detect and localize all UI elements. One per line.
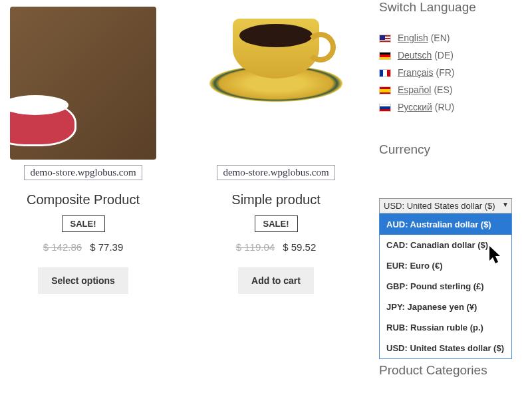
currency-heading: Currency (379, 142, 519, 157)
currency-select[interactable]: USD: United States dollar ($) (379, 198, 512, 213)
flag-es-icon (379, 86, 391, 94)
flag-ru-icon (379, 104, 391, 112)
flag-de-icon (379, 52, 391, 60)
language-heading: Switch Language (379, 0, 519, 15)
add-to-cart-button[interactable]: Add to cart (238, 267, 314, 294)
categories-heading: Product Categories (379, 363, 519, 378)
select-options-button[interactable]: Select options (38, 267, 128, 294)
language-item-ru[interactable]: Русский (RU) (379, 98, 519, 116)
currency-option-usd[interactable]: USD: United States dollar ($) (380, 338, 511, 358)
product-card: demo-store.wpglobus.com Simple product S… (193, 0, 359, 294)
new-price: $ 77.39 (90, 241, 123, 253)
language-item-fr[interactable]: Français (FR) (379, 64, 519, 81)
product-title[interactable]: Composite Product (0, 192, 166, 207)
watermark: demo-store.wpglobus.com (24, 165, 142, 180)
currency-option-cad[interactable]: CAD: Canadian dollar ($) (380, 235, 511, 255)
currency-dropdown: AUD: Australian dollar ($) CAD: Canadian… (379, 213, 512, 359)
language-item-de[interactable]: Deutsch (DE) (379, 47, 519, 64)
product-image[interactable] (10, 7, 156, 160)
sale-badge: SALE! (62, 215, 105, 232)
sale-badge: SALE! (255, 215, 298, 232)
language-list: English (EN) Deutsch (DE) Français (FR) … (379, 29, 519, 116)
flag-fr-icon (379, 69, 391, 77)
watermark: demo-store.wpglobus.com (217, 165, 334, 180)
old-price: $ 142.86 (43, 241, 82, 253)
product-title[interactable]: Simple product (193, 192, 359, 207)
language-item-en[interactable]: English (EN) (379, 29, 519, 47)
price: $ 142.86 $ 77.39 (0, 241, 166, 253)
new-price: $ 59.52 (283, 241, 316, 253)
currency-option-eur[interactable]: EUR: Euro (€) (380, 255, 511, 276)
currency-option-gbp[interactable]: GBP: Pound sterling (£) (380, 276, 511, 297)
price: $ 119.04 $ 59.52 (193, 241, 359, 253)
language-item-es[interactable]: Español (ES) (379, 81, 519, 98)
old-price: $ 119.04 (236, 241, 275, 253)
product-image[interactable] (203, 7, 349, 160)
currency-option-aud[interactable]: AUD: Australian dollar ($) (380, 214, 511, 235)
currency-option-jpy[interactable]: JPY: Japanese yen (¥) (380, 297, 511, 317)
currency-option-rub[interactable]: RUB: Russian ruble (p.) (380, 317, 511, 338)
flag-us-icon (379, 35, 391, 43)
product-card: demo-store.wpglobus.com Composite Produc… (0, 0, 166, 294)
